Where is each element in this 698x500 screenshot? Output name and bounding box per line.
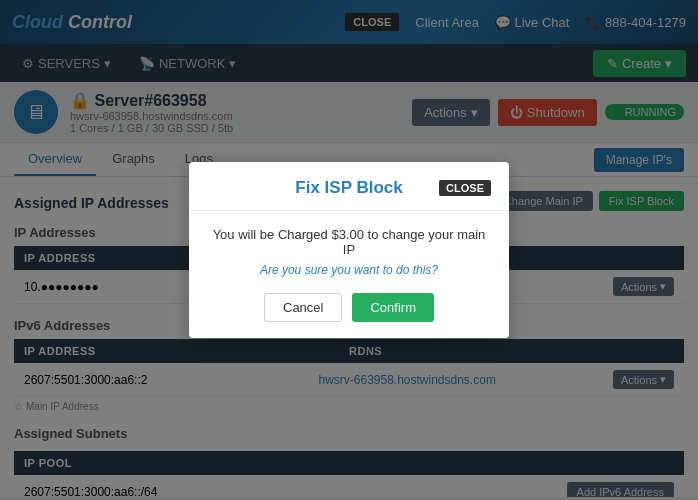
modal-dialog: CLOSE Fix ISP Block You will be Charged … (189, 162, 509, 338)
modal-charge-text: You will be Charged $3.00 to change your… (209, 227, 489, 257)
modal-overlay: CLOSE Fix ISP Block You will be Charged … (0, 0, 698, 500)
cancel-button[interactable]: Cancel (264, 293, 342, 322)
modal-buttons: Cancel Confirm (209, 293, 489, 322)
modal-close-button[interactable]: CLOSE (439, 180, 491, 196)
confirm-button[interactable]: Confirm (352, 293, 434, 322)
modal-body: You will be Charged $3.00 to change your… (189, 211, 509, 338)
modal-confirm-question: Are you sure you want to do this? (209, 263, 489, 277)
